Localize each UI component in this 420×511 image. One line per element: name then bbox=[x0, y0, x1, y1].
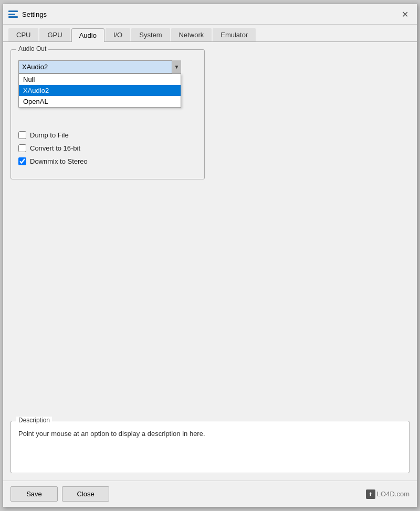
audio-backend-selected-value: XAudio2 bbox=[22, 63, 48, 71]
tab-io[interactable]: I/O bbox=[106, 28, 130, 41]
option-openal[interactable]: OpenAL bbox=[19, 96, 181, 107]
watermark-text: LO4D.com bbox=[377, 490, 410, 498]
option-null[interactable]: Null bbox=[19, 74, 181, 85]
description-title: Description bbox=[16, 417, 52, 424]
tab-cpu[interactable]: CPU bbox=[8, 28, 38, 41]
audio-backend-select[interactable]: XAudio2 bbox=[18, 60, 181, 73]
app-icon bbox=[8, 10, 18, 18]
settings-window: Settings ✕ CPU GPU Audio I/O System Netw… bbox=[3, 4, 417, 507]
convert-16bit-checkbox[interactable] bbox=[18, 144, 26, 152]
watermark-icon: ⬆ bbox=[366, 489, 375, 499]
downmix-stereo-label[interactable]: Downmix to Stereo bbox=[30, 157, 88, 165]
convert-16bit-label[interactable]: Convert to 16-bit bbox=[30, 144, 80, 152]
dump-to-file-label[interactable]: Dump to File bbox=[30, 131, 69, 139]
tab-gpu[interactable]: GPU bbox=[39, 28, 70, 41]
dump-to-file-row: Dump to File bbox=[18, 131, 197, 139]
title-bar: Settings ✕ bbox=[3, 4, 417, 25]
tab-system[interactable]: System bbox=[131, 28, 170, 41]
checkboxes-area: Dump to File Convert to 16-bit Downmix t… bbox=[18, 131, 197, 165]
tab-bar: CPU GPU Audio I/O System Network Emulato… bbox=[3, 25, 417, 42]
audio-out-group: Audio Out XAudio2 ▼ Null XAudio2 OpenAL bbox=[10, 49, 205, 179]
tab-audio[interactable]: Audio bbox=[71, 28, 104, 42]
audio-backend-dropdown-wrapper: XAudio2 ▼ Null XAudio2 OpenAL bbox=[18, 60, 181, 73]
tab-emulator[interactable]: Emulator bbox=[213, 28, 256, 41]
convert-16bit-row: Convert to 16-bit bbox=[18, 144, 197, 152]
audio-out-group-title: Audio Out bbox=[16, 45, 48, 52]
window-title: Settings bbox=[22, 10, 398, 18]
close-window-button[interactable]: ✕ bbox=[398, 7, 412, 21]
bottom-bar: Save Close ⬆ LO4D.com bbox=[3, 481, 417, 507]
downmix-stereo-row: Downmix to Stereo bbox=[18, 157, 197, 165]
content-area: Audio Out XAudio2 ▼ Null XAudio2 OpenAL bbox=[3, 42, 417, 421]
tab-network[interactable]: Network bbox=[171, 28, 212, 41]
description-section: Description Point your mouse at an optio… bbox=[10, 421, 410, 473]
save-button[interactable]: Save bbox=[10, 486, 58, 502]
option-xaudio2[interactable]: XAudio2 bbox=[19, 85, 181, 96]
downmix-stereo-checkbox[interactable] bbox=[18, 157, 26, 165]
close-button[interactable]: Close bbox=[62, 486, 109, 502]
description-text: Point your mouse at an option to display… bbox=[18, 430, 402, 438]
dump-to-file-checkbox[interactable] bbox=[18, 131, 26, 139]
audio-backend-options: Null XAudio2 OpenAL bbox=[18, 73, 181, 108]
watermark: ⬆ LO4D.com bbox=[366, 489, 410, 499]
